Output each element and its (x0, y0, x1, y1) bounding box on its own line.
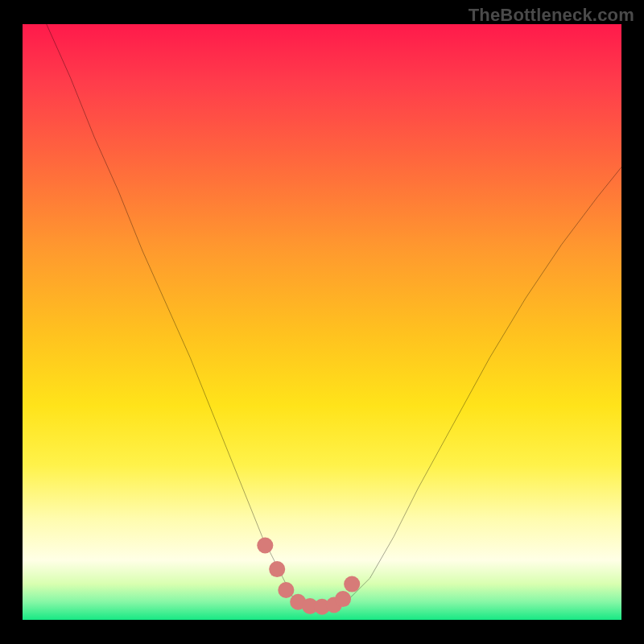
watermark-text: TheBottleneck.com (469, 5, 634, 26)
marker-dot (257, 538, 273, 554)
chart-root: TheBottleneck.com (0, 0, 644, 644)
bottleneck-curve-path (47, 24, 621, 608)
marker-group (257, 538, 360, 615)
chart-svg (23, 24, 621, 620)
marker-dot (335, 591, 351, 607)
marker-dot (278, 582, 294, 598)
plot-area (23, 24, 621, 620)
marker-dot (269, 561, 285, 577)
marker-dot (344, 576, 360, 592)
